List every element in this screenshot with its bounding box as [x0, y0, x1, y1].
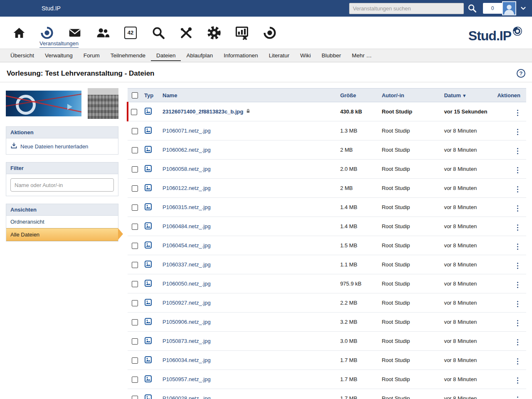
- row-checkbox[interactable]: [132, 166, 138, 172]
- file-name-link[interactable]: P1060122.netz_.jpg: [163, 185, 211, 191]
- row-actions-menu[interactable]: [515, 185, 521, 194]
- col-date[interactable]: Datum▼: [441, 89, 495, 102]
- tab-teilnehmende[interactable]: Teilnehmende: [105, 50, 151, 61]
- file-name-link[interactable]: P1060484.netz_.jpg: [163, 223, 211, 229]
- file-author: Root Studip: [379, 198, 441, 217]
- row-checkbox[interactable]: [132, 243, 138, 249]
- file-row: P1060337.netz_.jpg1.1 MBRoot Studipvor 8…: [128, 255, 526, 274]
- row-actions-menu[interactable]: [515, 108, 521, 118]
- select-all-checkbox[interactable]: [132, 92, 138, 99]
- row-actions-menu[interactable]: [515, 147, 521, 156]
- row-actions-menu[interactable]: [515, 281, 521, 290]
- file-table: Typ Name Größe Autor/-in Datum▼ Aktionen…: [127, 88, 526, 399]
- row-checkbox[interactable]: [132, 147, 138, 153]
- community-icon[interactable]: [93, 17, 113, 49]
- filter-box-title: Filter: [6, 163, 118, 174]
- row-checkbox[interactable]: [132, 185, 138, 192]
- tab-dateien[interactable]: Dateien: [151, 50, 181, 61]
- row-checkbox[interactable]: [132, 262, 138, 268]
- tab-ablaufplan[interactable]: Ablaufplan: [181, 50, 218, 61]
- col-name[interactable]: Name: [160, 89, 337, 102]
- file-name-link[interactable]: P1060315.netz_.jpg: [163, 204, 211, 210]
- icon-toolbar: Veranstaltungen 42 Stud.IP: [0, 17, 532, 49]
- file-name-link[interactable]: P1060337.netz_.jpg: [163, 261, 211, 268]
- row-actions-menu[interactable]: [515, 166, 521, 175]
- view-item-alle-dateien[interactable]: Alle Dateien: [6, 228, 118, 241]
- mail-icon[interactable]: [65, 17, 85, 49]
- row-checkbox[interactable]: [132, 281, 138, 287]
- tab-informationen[interactable]: Informationen: [218, 50, 264, 61]
- file-name-link[interactable]: P1060071.netz_.jpg: [163, 128, 211, 134]
- row-checkbox[interactable]: [132, 224, 138, 230]
- tab-blubber[interactable]: Blubber: [316, 50, 347, 61]
- file-author: Root Studip: [379, 217, 441, 236]
- row-actions-menu[interactable]: [515, 395, 521, 399]
- file-name-link[interactable]: P1060062.netz_.jpg: [163, 147, 211, 153]
- row-checkbox[interactable]: [132, 396, 138, 399]
- image-file-icon: [144, 145, 152, 153]
- filter-input[interactable]: [10, 178, 114, 192]
- row-actions-menu[interactable]: [515, 376, 521, 385]
- file-size: 2 MB: [337, 179, 379, 198]
- calendar-icon[interactable]: 42: [121, 17, 140, 49]
- tab-verwaltung[interactable]: Verwaltung: [39, 50, 78, 61]
- col-typ[interactable]: Typ: [142, 89, 160, 102]
- file-name-link[interactable]: P1060034.netz_.jpg: [163, 357, 211, 363]
- avatar[interactable]: [502, 1, 516, 15]
- chevron-down-icon[interactable]: [520, 5, 527, 12]
- view-item-ordneransicht[interactable]: Ordneransicht: [6, 216, 118, 228]
- download-new-files-link[interactable]: Neue Dateien herunterladen: [6, 138, 118, 154]
- tab-ubersicht[interactable]: Übersicht: [5, 50, 39, 61]
- file-author: Root Studip: [379, 389, 441, 399]
- row-actions-menu[interactable]: [515, 261, 521, 271]
- file-name-link[interactable]: P1050927.netz_.jpg: [163, 300, 211, 306]
- tab-mehr[interactable]: Mehr …: [346, 50, 377, 61]
- file-name-link[interactable]: P1050873.netz_.jpg: [163, 338, 211, 344]
- row-checkbox[interactable]: [132, 128, 138, 134]
- file-name-link[interactable]: P1060454.netz_.jpg: [163, 242, 211, 249]
- row-checkbox[interactable]: [132, 300, 138, 306]
- file-name-link[interactable]: P1060050.netz_.jpg: [163, 281, 211, 287]
- course-search-input[interactable]: [349, 3, 464, 14]
- global-search-icon[interactable]: [148, 17, 168, 49]
- image-file-icon: [144, 337, 152, 345]
- file-name-link[interactable]: P1060058.netz_.jpg: [163, 166, 211, 172]
- row-actions-menu[interactable]: [515, 338, 521, 347]
- file-name-link[interactable]: P1060028.netz_.jpg: [163, 395, 211, 399]
- row-actions-menu[interactable]: [515, 242, 521, 251]
- tools-icon[interactable]: [176, 17, 196, 49]
- page-head: Vorlesung: Test Lehrveranstaltung - Date…: [0, 62, 532, 82]
- tab-forum[interactable]: Forum: [78, 50, 105, 61]
- row-checkbox[interactable]: [132, 204, 138, 211]
- gear-icon[interactable]: [204, 17, 224, 49]
- row-checkbox[interactable]: [131, 109, 137, 115]
- notification-counter[interactable]: 0: [483, 3, 502, 14]
- row-checkbox[interactable]: [132, 377, 138, 383]
- file-author: Root Studip: [379, 274, 441, 293]
- veranstaltungen-icon[interactable]: Veranstaltungen: [37, 17, 57, 49]
- row-actions-menu[interactable]: [515, 300, 521, 309]
- row-checkbox[interactable]: [132, 338, 138, 345]
- home-icon[interactable]: [9, 17, 29, 49]
- tab-wiki[interactable]: Wiki: [295, 50, 316, 61]
- row-actions-menu[interactable]: [515, 357, 521, 366]
- col-author[interactable]: Autor/-in: [379, 89, 441, 102]
- spiral-icon[interactable]: [260, 17, 280, 49]
- actions-box: Aktionen Neue Dateien herunterladen: [6, 126, 118, 155]
- file-date: vor 8 Minuten: [441, 140, 495, 160]
- tab-literatur[interactable]: Literatur: [264, 50, 295, 61]
- file-name-link[interactable]: 23126071400_2f8813823c_b.jpg: [163, 108, 243, 115]
- row-checkbox[interactable]: [132, 319, 138, 325]
- row-actions-menu[interactable]: [515, 204, 521, 213]
- file-name-link[interactable]: P1050957.netz_.jpg: [163, 376, 211, 382]
- evaluation-icon[interactable]: [232, 17, 252, 49]
- file-name-link[interactable]: P1050906.netz_.jpg: [163, 319, 211, 325]
- row-actions-menu[interactable]: [515, 319, 521, 328]
- help-icon[interactable]: ?: [517, 69, 525, 78]
- row-checkbox[interactable]: [132, 357, 138, 364]
- col-size[interactable]: Größe: [337, 89, 379, 102]
- image-file-icon: [144, 356, 152, 364]
- row-actions-menu[interactable]: [515, 128, 521, 137]
- row-actions-menu[interactable]: [515, 223, 521, 232]
- search-icon[interactable]: [467, 3, 477, 13]
